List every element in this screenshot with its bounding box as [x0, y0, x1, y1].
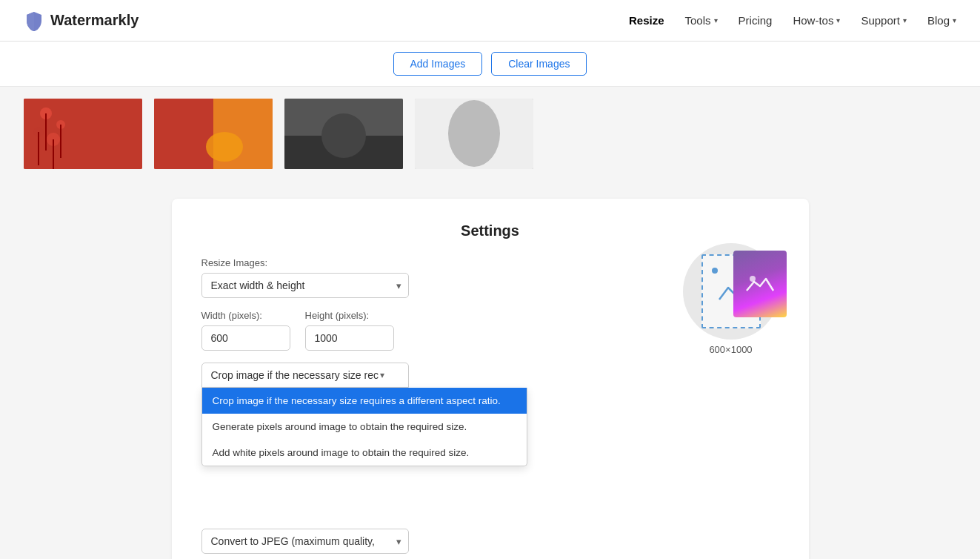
add-images-button[interactable]: Add Images — [393, 52, 483, 76]
chevron-down-icon: ▾ — [836, 16, 840, 24]
crop-dropdown-menu: Crop image if the necessary size require… — [201, 388, 527, 466]
sun-dot — [712, 268, 718, 274]
height-label: Height (pixels): — [305, 310, 394, 321]
dropdown-item-white[interactable]: Add white pixels around image to obtain … — [202, 440, 527, 466]
nav-item-resize[interactable]: Resize — [629, 14, 664, 27]
chevron-down-icon: ▾ — [903, 16, 907, 24]
height-group: Height (pixels): — [305, 310, 394, 351]
preview-size-label: 600×1000 — [709, 344, 752, 355]
brand: Watermarkly — [24, 10, 139, 31]
image-thumb-4[interactable] — [415, 99, 533, 169]
image-thumb-3[interactable] — [284, 99, 403, 169]
crop-dropdown-trigger[interactable]: Crop image if the necessary size rec ▾ — [201, 363, 409, 388]
nav-link-tools[interactable]: Tools ▾ — [685, 14, 718, 27]
nav-link-pricing[interactable]: Pricing — [739, 14, 773, 27]
nav-item-howtos[interactable]: How-tos ▾ — [793, 14, 840, 27]
format-row: Convert to JPEG (maximum quality, — [201, 529, 779, 554]
width-group: Width (pixels): — [201, 310, 290, 351]
crop-dropdown-wrapper: Crop image if the necessary size rec ▾ C… — [201, 363, 409, 388]
thumb-image-2 — [154, 99, 273, 169]
image-thumb-1[interactable] — [24, 99, 142, 169]
thumb-image-1 — [24, 99, 142, 169]
resize-select-wrapper: Exact width & height — [201, 273, 409, 298]
nav-link-support[interactable]: Support ▾ — [861, 14, 907, 27]
preview-img-svg — [745, 273, 775, 295]
svg-point-15 — [321, 113, 366, 158]
thumb-image-4 — [415, 99, 533, 169]
resize-select[interactable]: Exact width & height — [201, 273, 409, 298]
height-input[interactable] — [305, 325, 394, 351]
nav-item-tools[interactable]: Tools ▾ — [685, 14, 718, 27]
preview-area: 600×1000 — [683, 243, 779, 355]
svg-rect-10 — [154, 99, 213, 169]
nav-links: Resize Tools ▾ Pricing How-tos ▾ Support… — [629, 14, 956, 27]
clear-images-button[interactable]: Clear Images — [491, 52, 587, 76]
nav-item-support[interactable]: Support ▾ — [861, 14, 907, 27]
image-thumb-2[interactable] — [154, 99, 273, 169]
crop-trigger-label: Crop image if the necessary size rec — [211, 369, 379, 381]
chevron-down-icon: ▾ — [380, 370, 384, 380]
preview-image-box — [733, 251, 787, 317]
thumb-image-3 — [284, 99, 403, 169]
shield-icon — [24, 10, 44, 31]
brand-name: Watermarkly — [50, 12, 139, 29]
format-select[interactable]: Convert to JPEG (maximum quality, — [201, 529, 409, 554]
width-label: Width (pixels): — [201, 310, 290, 321]
settings-card: Settings — [172, 199, 809, 559]
image-strip — [0, 87, 980, 181]
dropdown-item-generate[interactable]: Generate pixels around image to obtain t… — [202, 414, 527, 440]
navbar: Watermarkly Resize Tools ▾ Pricing How-t… — [0, 0, 980, 42]
svg-point-12 — [206, 132, 243, 162]
width-input[interactable] — [201, 325, 290, 351]
preview-circle — [683, 243, 779, 340]
chevron-down-icon: ▾ — [953, 16, 956, 24]
svg-point-17 — [448, 100, 500, 167]
format-select-wrapper: Convert to JPEG (maximum quality, — [201, 529, 409, 554]
toolbar: Add Images Clear Images — [0, 42, 980, 87]
chevron-down-icon: ▾ — [714, 16, 718, 24]
nav-item-pricing[interactable]: Pricing — [739, 14, 773, 27]
nav-link-resize[interactable]: Resize — [629, 14, 664, 27]
settings-title: Settings — [201, 222, 779, 239]
nav-link-howtos[interactable]: How-tos ▾ — [793, 14, 840, 27]
dropdown-item-crop[interactable]: Crop image if the necessary size require… — [202, 388, 527, 414]
svg-point-18 — [750, 276, 756, 282]
nav-link-blog[interactable]: Blog ▾ — [927, 14, 956, 27]
main-content: Settings — [0, 181, 980, 559]
nav-item-blog[interactable]: Blog ▾ — [927, 14, 956, 27]
